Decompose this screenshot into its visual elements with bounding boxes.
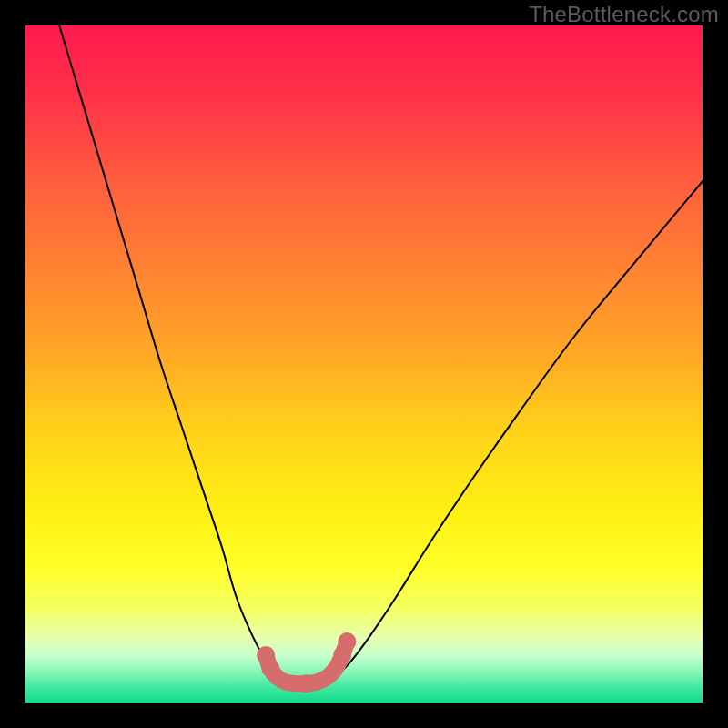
series-dot bbox=[298, 674, 316, 693]
watermark-text: TheBottleneck.com bbox=[529, 2, 719, 27]
series-dot bbox=[261, 660, 279, 678]
series-dot bbox=[338, 632, 356, 651]
chart-container: TheBottleneck.com bbox=[0, 0, 728, 728]
bottleneck-chart bbox=[25, 25, 703, 703]
chart-background bbox=[25, 25, 703, 703]
